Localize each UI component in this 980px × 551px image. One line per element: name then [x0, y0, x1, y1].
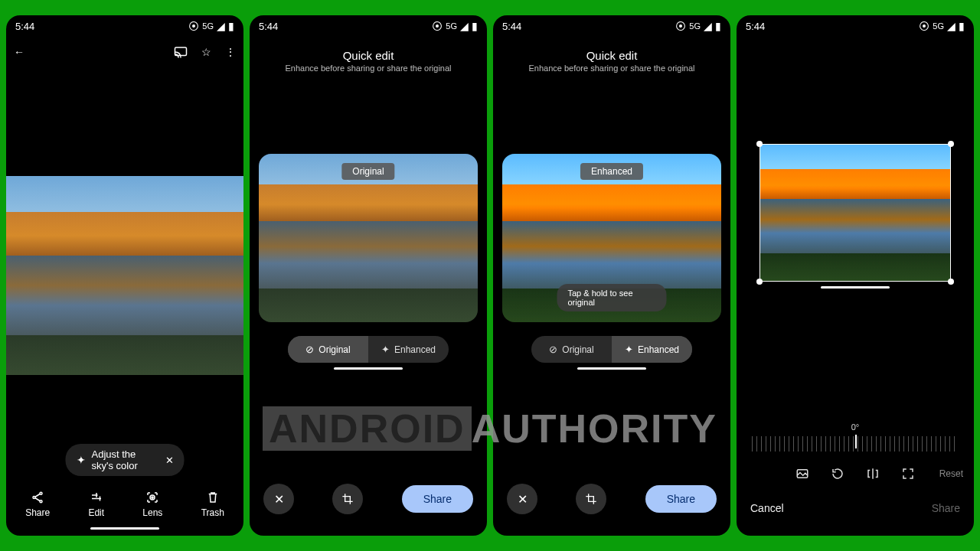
signal-icon: ◢	[704, 21, 712, 31]
more-icon[interactable]: ⋮	[225, 47, 236, 57]
expand-icon[interactable]	[901, 467, 915, 481]
edit-icon	[90, 491, 103, 504]
photo[interactable]: Original	[259, 154, 478, 322]
signal-icon: ◢	[460, 21, 469, 31]
screen-quick-edit-original: 5:44 ⦿ 5G ◢ ▮ Quick edit Enhance before …	[250, 15, 487, 536]
share-icon	[31, 491, 44, 504]
crop-icon	[585, 493, 597, 505]
segmented-control: ⊘ Original ✦ Enhanced	[531, 336, 692, 363]
tap-hold-hint: Tap & hold to see original	[557, 284, 667, 311]
crop-handle-tl[interactable]	[756, 141, 763, 147]
lens-button[interactable]: Lens	[142, 491, 162, 518]
battery-icon: ▮	[715, 21, 721, 31]
battery-icon: ▮	[228, 21, 234, 31]
status-bar: 5:44 ⦿ 5G ◢ ▮	[250, 15, 487, 37]
badge-enhanced: Enhanced	[580, 163, 643, 180]
share-button[interactable]: Share	[402, 485, 473, 513]
photo-area[interactable]	[6, 67, 243, 483]
crop-button[interactable]	[332, 484, 363, 514]
network-label: 5G	[202, 21, 214, 31]
nav-handle[interactable]	[90, 527, 159, 530]
share-button[interactable]: Share	[645, 485, 717, 513]
crop-handle-br[interactable]	[948, 279, 954, 285]
bottom-bar: Share Edit Lens Trash	[6, 483, 243, 523]
wand-icon: ✦	[381, 344, 390, 355]
reset-button[interactable]: Reset	[939, 468, 963, 479]
aspect-icon[interactable]	[795, 467, 809, 481]
angle-value: 0°	[737, 422, 974, 432]
seg-original[interactable]: ⊘ Original	[531, 336, 612, 363]
svg-point-5	[152, 497, 153, 498]
seg-enhanced[interactable]: ✦ Enhanced	[612, 336, 692, 363]
battery-icon: ▮	[959, 21, 965, 31]
close-icon[interactable]: ✕	[165, 455, 174, 466]
seg-original[interactable]: ⊘ Original	[288, 336, 368, 363]
share-button[interactable]: Share	[25, 491, 50, 518]
hotspot-icon: ⦿	[919, 21, 929, 31]
flip-icon[interactable]	[866, 467, 880, 481]
nav-handle[interactable]	[334, 367, 403, 370]
screen-quick-edit-enhanced: 5:44 ⦿ 5G ◢ ▮ Quick edit Enhance before …	[493, 15, 730, 536]
svg-point-1	[33, 497, 35, 499]
screen-photo-viewer: 5:44 ⦿ 5G ◢ ▮ ← ☆ ⋮ ✦ Adjust the sky's c…	[6, 15, 243, 536]
crop-area[interactable]	[760, 144, 951, 282]
crop-photo[interactable]	[760, 144, 951, 282]
photo	[6, 176, 243, 375]
photo-wrap: Enhanced Tap & hold to see original	[502, 154, 721, 322]
no-filter-icon: ⊘	[549, 344, 557, 355]
rotate-icon[interactable]	[831, 467, 844, 481]
svg-point-3	[40, 500, 42, 503]
suggestion-label: Adjust the sky's color	[92, 448, 159, 471]
cancel-button[interactable]: Cancel	[750, 502, 784, 514]
sparkle-icon: ✦	[77, 455, 86, 465]
close-button[interactable]: ✕	[263, 484, 294, 514]
share-button[interactable]: Share	[932, 502, 960, 514]
star-icon[interactable]: ☆	[201, 47, 211, 57]
hotspot-icon: ⦿	[432, 21, 443, 31]
clock: 5:44	[502, 21, 521, 32]
photo-wrap: Original	[259, 154, 478, 322]
crop-handle-bl[interactable]	[756, 279, 763, 285]
bottom-controls: ✕ Share	[493, 484, 730, 514]
quick-edit-header: Quick edit Enhance before sharing or sha…	[493, 37, 730, 77]
top-bar: ← ☆ ⋮	[6, 37, 243, 67]
angle-control: 0°	[737, 422, 974, 452]
angle-slider[interactable]	[752, 436, 959, 452]
quick-edit-subtitle: Enhance before sharing or share the orig…	[250, 64, 487, 73]
segmented-control: ⊘ Original ✦ Enhanced	[288, 336, 449, 363]
close-icon: ✕	[518, 492, 528, 507]
nav-handle[interactable]	[577, 367, 646, 370]
nav-handle[interactable]	[821, 286, 890, 289]
photo[interactable]: Enhanced Tap & hold to see original	[502, 154, 721, 322]
crop-button[interactable]	[576, 484, 606, 514]
no-filter-icon: ⊘	[305, 344, 314, 355]
status-bar: 5:44 ⦿ 5G ◢ ▮	[737, 15, 974, 37]
lens-icon	[145, 491, 159, 504]
close-icon: ✕	[274, 492, 284, 507]
back-icon[interactable]: ←	[14, 47, 24, 57]
quick-edit-header: Quick edit Enhance before sharing or sha…	[250, 37, 487, 77]
seg-enhanced[interactable]: ✦ Enhanced	[368, 336, 449, 363]
badge-original: Original	[341, 163, 394, 180]
trash-icon	[206, 491, 220, 504]
signal-icon: ◢	[217, 21, 225, 31]
edit-button[interactable]: Edit	[88, 491, 104, 518]
clock: 5:44	[15, 21, 34, 32]
clock: 5:44	[746, 21, 765, 32]
status-bar: 5:44 ⦿ 5G ◢ ▮	[6, 15, 243, 37]
svg-point-2	[40, 492, 42, 494]
wand-icon: ✦	[625, 344, 633, 355]
bottom-controls: ✕ Share	[250, 484, 487, 514]
screen-crop: 5:44 ⦿ 5G ◢ ▮ 0° Reset Cancel Share	[737, 15, 974, 536]
clock: 5:44	[259, 21, 278, 32]
cast-icon[interactable]	[174, 46, 188, 58]
suggestion-chip[interactable]: ✦ Adjust the sky's color ✕	[66, 444, 185, 476]
status-bar: 5:44 ⦿ 5G ◢ ▮	[493, 15, 730, 37]
crop-icon	[341, 493, 354, 505]
hotspot-icon: ⦿	[675, 21, 686, 31]
close-button[interactable]: ✕	[507, 484, 537, 514]
quick-edit-title: Quick edit	[250, 49, 487, 62]
trash-button[interactable]: Trash	[201, 491, 224, 518]
crop-handle-tr[interactable]	[948, 141, 954, 147]
signal-icon: ◢	[947, 21, 956, 31]
